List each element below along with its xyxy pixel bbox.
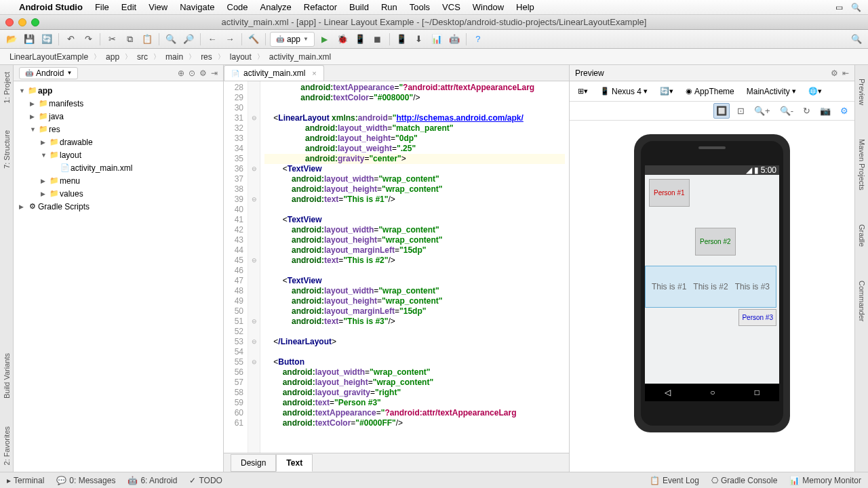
menu-refactor[interactable]: Refactor [304,2,337,12]
device-selector[interactable]: 📱Nexus 4▾ [596,85,652,98]
code-editor[interactable]: 2829303132333435363738394041424344454647… [224,81,569,453]
zoom-out-icon[interactable]: 🔍- [778,104,795,118]
search-everywhere-icon[interactable]: 🔍 [849,32,864,47]
minimize-window-button[interactable] [18,18,26,26]
android-robot-icon[interactable]: 🤖 [447,32,462,47]
tree-item[interactable]: ▶📁values [14,187,223,200]
tree-item[interactable]: ▼📁layout [14,148,223,161]
locale-selector[interactable]: 🌐▾ [804,85,826,97]
tree-item[interactable]: ▶📁manifests [14,97,223,110]
activity-selector[interactable]: MainActivity▾ [743,85,800,98]
open-icon[interactable]: 📂 [4,32,19,47]
menu-view[interactable]: View [149,2,167,12]
breadcrumb-item[interactable]: app [102,51,123,63]
theme-selector[interactable]: ◉AppTheme [682,85,738,98]
help-icon[interactable]: ? [471,32,486,47]
close-tab-icon[interactable]: × [312,69,316,77]
fold-gutter[interactable]: ⊖⊖⊖⊖⊖⊖⊖ [248,81,260,453]
orientation-selector[interactable]: 🔄▾ [656,85,677,97]
menu-file[interactable]: File [95,2,109,12]
find-icon[interactable]: 🔍 [163,32,178,47]
cut-icon[interactable]: ✂ [104,32,119,47]
design-tab[interactable]: Design [231,454,276,472]
memory-monitor-tool-tab[interactable]: 📊Memory Monitor [789,476,861,485]
text-tab[interactable]: Text [276,454,313,472]
forward-icon[interactable]: → [222,32,237,47]
gear-icon[interactable]: ⚙ [831,68,838,78]
tree-item[interactable]: ▼📁res [14,123,223,136]
tree-item[interactable]: 📄activity_main.xml [14,161,223,174]
menubar-app-name[interactable]: Android Studio [19,2,83,12]
back-icon[interactable]: ← [205,32,220,47]
attach-debugger-icon[interactable]: 📱 [353,32,368,47]
run-button[interactable]: ▶ [317,32,332,47]
preview-tool-tab[interactable]: Preview [858,79,866,105]
tree-item[interactable]: ▼📁app [14,84,223,97]
undo-icon[interactable]: ↶ [63,32,78,47]
breadcrumb-item[interactable]: src [133,51,152,63]
collapse-icon[interactable]: ⊕ [178,68,184,78]
sdk-icon[interactable]: ⬇ [412,32,427,47]
event-log-tool-tab[interactable]: 📋Event Log [650,476,699,485]
breadcrumb-item[interactable]: layout [226,51,256,63]
android-tool-tab[interactable]: 🤖6: Android [127,476,177,485]
screenshot-icon[interactable]: 📷 [818,104,833,118]
redo-icon[interactable]: ↷ [81,32,96,47]
zoom-in-icon[interactable]: 🔍+ [752,104,772,118]
replace-icon[interactable]: 🔎 [181,32,196,47]
favorites-tool-tab[interactable]: 2: Favorites [3,426,11,465]
breadcrumb-item[interactable]: main [161,51,187,63]
copy-icon[interactable]: ⧉ [122,32,137,47]
zoom-window-button[interactable] [31,18,39,26]
menu-analyze[interactable]: Analyze [260,2,292,12]
structure-tool-tab[interactable]: 7: Structure [3,130,11,169]
menu-run[interactable]: Run [381,2,397,12]
menu-window[interactable]: Window [473,2,504,12]
menu-vcs[interactable]: VCS [442,2,460,12]
project-tree[interactable]: ▼📁app▶📁manifests▶📁java▼📁res▶📁drawable▼📁l… [14,81,223,472]
menu-code[interactable]: Code [227,2,248,12]
menu-navigate[interactable]: Navigate [180,2,214,12]
debug-button[interactable]: 🐞 [335,32,350,47]
hide-icon[interactable]: ⇥ [211,68,218,78]
commander-tool-tab[interactable]: Commander [858,281,866,322]
terminal-tool-tab[interactable]: ▸Terminal [7,476,44,485]
tree-item[interactable]: ▶📁drawable [14,136,223,148]
zoom-fit-icon[interactable]: 🔲 [713,103,730,119]
spotlight-icon[interactable]: 🔍 [851,3,861,12]
todo-tool-tab[interactable]: ✓TODO [189,476,222,485]
scroll-sync-icon[interactable]: ⊙ [189,68,195,78]
stop-icon[interactable]: ◼ [370,32,385,47]
menu-edit[interactable]: Edit [121,2,136,12]
gradle-console-tool-tab[interactable]: ⎔Gradle Console [711,476,777,485]
refresh-icon[interactable]: ↻ [801,104,812,118]
project-view-selector[interactable]: 🤖 Android ▼ [19,67,78,79]
avd-icon[interactable]: 📱 [394,32,409,47]
make-icon[interactable]: 🔨 [246,32,261,47]
ddms-icon[interactable]: 📊 [429,32,444,47]
breadcrumb-item[interactable]: activity_main.xml [265,51,335,63]
run-config-selector[interactable]: 🤖 app ▼ [270,32,315,47]
messages-tool-tab[interactable]: 💬0: Messages [56,476,115,485]
menu-build[interactable]: Build [349,2,369,12]
close-window-button[interactable] [5,18,14,26]
menu-help[interactable]: Help [516,2,534,12]
menubar-extra-icon[interactable]: ▭ [835,3,843,12]
hide-preview-icon[interactable]: ⇤ [842,68,849,78]
settings-icon[interactable]: ⚙ [199,68,207,78]
gradle-tool-tab[interactable]: Gradle [858,224,866,247]
breadcrumb-item[interactable]: LinearLayoutExample [5,51,92,63]
settings-preview-icon[interactable]: ⚙ [838,104,850,118]
tree-item[interactable]: ▶📁menu [14,174,223,187]
tree-item[interactable]: ▶📁java [14,110,223,123]
menu-tools[interactable]: Tools [410,2,430,12]
project-tool-tab[interactable]: 1: Project [3,72,11,103]
code-content[interactable]: android:textAppearance="?android:attr/te… [260,81,569,453]
build-variants-tool-tab[interactable]: Build Variants [3,353,11,399]
maven-tool-tab[interactable]: Maven Projects [858,139,866,190]
editor-tab[interactable]: 📄 activity_main.xml × [224,65,324,81]
paste-icon[interactable]: 📋 [140,32,155,47]
render-settings-dropdown[interactable]: ⊞▾ [574,85,592,97]
zoom-actual-icon[interactable]: ⊡ [735,104,747,118]
save-icon[interactable]: 💾 [22,32,37,47]
